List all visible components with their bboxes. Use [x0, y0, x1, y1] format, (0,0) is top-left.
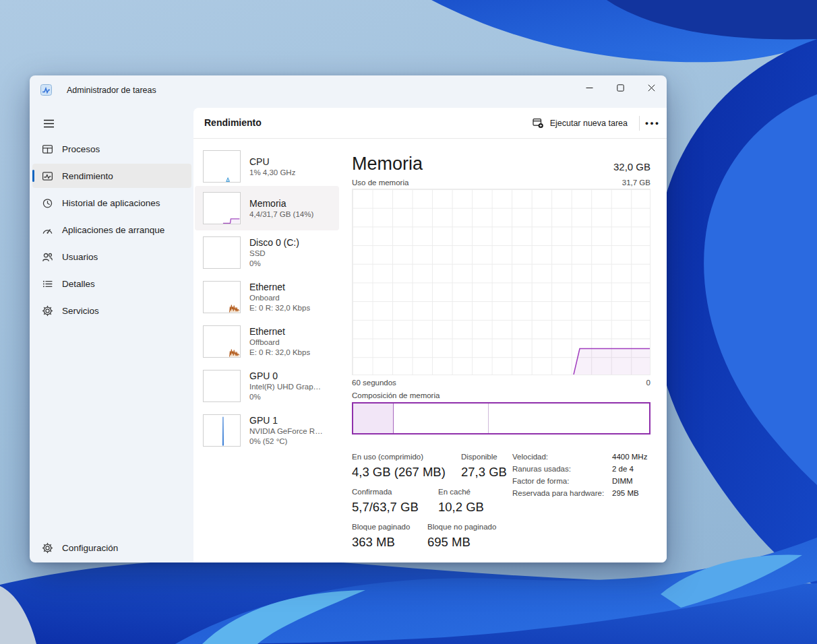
title-bar: Administrador de tareas: [30, 75, 667, 106]
cpu-thumbnail-graph: [203, 150, 241, 183]
perf-item-name: Ethernet: [249, 281, 310, 293]
users-icon: [42, 251, 53, 263]
details-icon: [42, 278, 53, 290]
hardware-value: DIMM: [612, 477, 633, 485]
settings-label: Configuración: [62, 543, 118, 553]
sidebar-item-configuracion[interactable]: Configuración: [32, 536, 191, 560]
sidebar-item-label: Procesos: [62, 144, 100, 154]
sidebar-item-label: Aplicaciones de arranque: [62, 225, 164, 235]
perf-item-sub: 4,4/31,7 GB (14%): [249, 210, 313, 220]
gear-icon: [42, 542, 53, 554]
sidebar-item-detalles[interactable]: Detalles: [32, 271, 191, 296]
perf-item-cpu[interactable]: CPU 1% 4,30 GHz: [195, 147, 339, 186]
perf-item-memoria[interactable]: Memoria 4,4/31,7 GB (14%): [195, 186, 339, 230]
stat-label: Disponible: [461, 453, 497, 461]
hardware-value: 295 MB: [612, 489, 639, 497]
stat-value: 27,3 GB: [461, 465, 507, 480]
sidebar-item-historial[interactable]: Historial de aplicaciones: [32, 191, 191, 215]
memory-composition-label: Composición de memoria: [352, 391, 440, 399]
perf-item-sub: 0%: [249, 259, 299, 269]
task-manager-window: Administrador de tareas: [30, 75, 667, 562]
perf-item-name: Ethernet: [249, 325, 310, 337]
perf-item-name: GPU 0: [249, 370, 321, 382]
close-icon: [648, 84, 655, 92]
stat-label: En caché: [438, 488, 471, 496]
stat-value: 695 MB: [427, 535, 471, 550]
hardware-value: 2 de 4: [612, 465, 634, 473]
hardware-value: 4400 MHz: [612, 453, 647, 461]
perf-item-name: Memoria: [249, 197, 313, 210]
stat-value: 4,3 GB (267 MB): [352, 465, 446, 480]
perf-item-sub: SSD: [249, 249, 299, 259]
main-panel: Rendimiento Ejecutar nueva tarea ●●●: [193, 108, 667, 562]
perf-item-sub: 0% (52 °C): [249, 437, 323, 447]
hardware-label: Ranuras usadas:: [512, 465, 571, 473]
minimize-button[interactable]: [574, 75, 605, 100]
gpu0-thumbnail-graph: [203, 370, 241, 402]
sidebar-footer: Configuración: [32, 536, 191, 562]
stat-label: Bloque paginado: [352, 523, 410, 531]
memory-usage-series: [353, 189, 650, 375]
stat-label: Confirmada: [352, 488, 392, 496]
perf-item-sub: E: 0 R: 32,0 Kbps: [249, 303, 310, 313]
perf-item-sub: NVIDIA GeForce R…: [249, 426, 323, 437]
run-new-task-label: Ejecutar nueva tarea: [550, 119, 628, 128]
gpu1-thumbnail-graph: [203, 414, 241, 447]
maximize-button[interactable]: [605, 75, 636, 100]
perf-item-ethernet-offboard[interactable]: Ethernet Offboard E: 0 R: 32,0 Kbps: [195, 319, 339, 364]
perf-item-gpu-0[interactable]: GPU 0 Intel(R) UHD Grap… 0%: [195, 364, 339, 408]
navigation-menu-button[interactable]: [38, 113, 59, 133]
memory-composition-bar: [352, 402, 650, 434]
more-options-button[interactable]: ●●●: [642, 112, 663, 134]
memory-usage-graph: [352, 189, 650, 375]
graph-scale-max: 31,7 GB: [352, 179, 650, 187]
run-new-task-button[interactable]: Ejecutar nueva tarea: [526, 112, 634, 134]
sidebar-item-label: Usuarios: [62, 252, 98, 262]
window-title: Administrador de tareas: [67, 86, 156, 95]
stat-label: En uso (comprimido): [352, 453, 423, 461]
startup-apps-icon: [42, 224, 53, 236]
sidebar-item-label: Servicios: [62, 306, 99, 316]
new-task-icon: [533, 118, 544, 129]
ethernet-thumbnail-graph: [203, 325, 241, 358]
perf-item-disco-0[interactable]: Disco 0 (C:) SSD 0%: [195, 230, 339, 275]
stat-label: Bloque no paginado: [427, 523, 496, 531]
page-header: Rendimiento Ejecutar nueva tarea ●●●: [193, 108, 667, 139]
memory-total-capacity: 32,0 GB: [352, 161, 650, 172]
sidebar-item-label: Historial de aplicaciones: [62, 198, 160, 208]
stat-value: 363 MB: [352, 535, 395, 550]
sidebar-item-rendimiento[interactable]: Rendimiento: [32, 164, 191, 188]
close-button[interactable]: [636, 75, 667, 100]
sidebar-item-arranque[interactable]: Aplicaciones de arranque: [32, 218, 191, 242]
composition-segment-in-use: [353, 404, 394, 433]
processes-icon: [42, 143, 53, 155]
sidebar-item-usuarios[interactable]: Usuarios: [32, 245, 191, 269]
app-history-icon: [42, 197, 53, 209]
maximize-icon: [617, 84, 624, 92]
memory-detail-pane: Memoria 32,0 GB Uso de memoria 31,7 GB 6…: [340, 139, 667, 562]
memory-statistics: En uso (comprimido) 4,3 GB (267 MB) Disp…: [352, 451, 650, 562]
perf-item-name: CPU: [249, 156, 295, 168]
stat-value: 10,2 GB: [438, 500, 484, 515]
perf-item-name: Disco 0 (C:): [249, 236, 299, 249]
perf-item-sub: 1% 4,30 GHz: [249, 168, 295, 178]
sidebar-item-servicios[interactable]: Servicios: [32, 298, 191, 323]
task-manager-app-icon: [40, 84, 52, 96]
services-icon: [42, 305, 53, 317]
sidebar-item-procesos[interactable]: Procesos: [32, 137, 191, 161]
sidebar: Procesos Rendimiento Historial de aplica…: [32, 137, 191, 325]
perf-item-ethernet-onboard[interactable]: Ethernet Onboard E: 0 R: 32,0 Kbps: [195, 275, 339, 319]
ethernet-thumbnail-graph: [203, 281, 241, 313]
header-divider: [639, 116, 640, 131]
perf-item-gpu-1[interactable]: GPU 1 NVIDIA GeForce R… 0% (52 °C): [195, 408, 339, 453]
performance-list: CPU 1% 4,30 GHz Memoria 4,4/31,7 GB (14%…: [195, 139, 339, 562]
perf-item-sub: Intel(R) UHD Grap…: [249, 382, 321, 392]
composition-segment-divider: [488, 404, 489, 433]
page-title: Rendimiento: [204, 117, 262, 128]
perf-item-sub: 0%: [249, 392, 321, 402]
memory-thumbnail-graph: [203, 192, 241, 224]
time-axis-right-label: 0: [352, 379, 650, 387]
performance-icon: [42, 170, 53, 182]
minimize-icon: [586, 84, 593, 92]
sidebar-item-label: Rendimiento: [62, 171, 113, 181]
